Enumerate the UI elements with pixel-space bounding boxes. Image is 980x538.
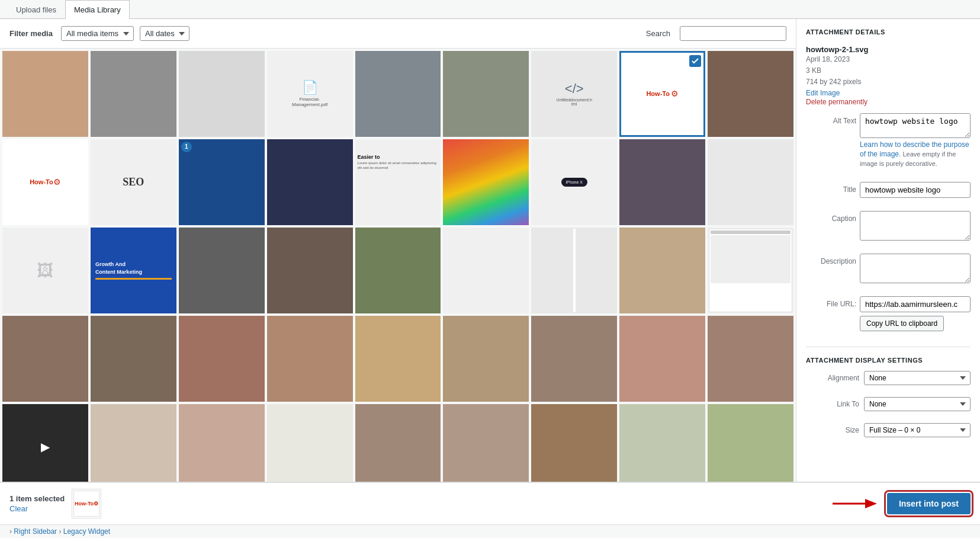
list-item[interactable] xyxy=(708,51,793,137)
list-item[interactable]: </> Untitleddocument.html xyxy=(531,51,617,137)
list-item[interactable] xyxy=(267,404,353,482)
attachment-filename: howtowp-2-1.svg xyxy=(806,45,971,54)
alt-text-field: Alt Text Learn how to describe the purpo… xyxy=(806,113,971,169)
edit-image-link[interactable]: Edit Image xyxy=(806,89,840,97)
list-item[interactable] xyxy=(91,316,176,402)
list-item[interactable] xyxy=(91,51,176,137)
list-item[interactable]: Growth AndContent Marketing xyxy=(91,228,176,313)
list-item[interactable] xyxy=(355,316,441,402)
title-field: Title xyxy=(806,182,971,198)
attachment-info: howtowp-2-1.svg April 18, 2023 3 KB 714 … xyxy=(806,45,971,106)
clear-link[interactable]: Clear xyxy=(9,504,65,513)
media-grid-wrap: 📄 Financial-Management.pdf </> Untitled xyxy=(0,49,796,482)
tab-library[interactable]: Media Library xyxy=(65,0,130,19)
list-item[interactable] xyxy=(443,51,529,137)
list-item[interactable] xyxy=(355,51,441,137)
list-item[interactable] xyxy=(531,316,617,402)
attachment-details-panel: ATTACHMENT DETAILS howtowp-2-1.svg April… xyxy=(796,19,980,482)
learn-how-hint: Learn how to describe the purpose of the… xyxy=(860,140,971,169)
list-item[interactable] xyxy=(708,404,793,482)
caption-label: Caption xyxy=(806,211,856,223)
list-item[interactable] xyxy=(2,51,88,137)
list-item[interactable] xyxy=(267,228,353,313)
link-to-label: Link To xyxy=(806,400,859,408)
arrow-icon xyxy=(833,495,880,513)
list-item[interactable] xyxy=(443,316,529,402)
list-item-selected[interactable]: How-To ⚙ xyxy=(619,51,705,137)
list-item[interactable] xyxy=(91,404,176,482)
file-url-label: File URL: xyxy=(806,296,856,308)
list-item[interactable] xyxy=(708,228,793,313)
filter-label: Filter media xyxy=(9,29,53,38)
list-item[interactable] xyxy=(708,316,793,402)
list-item[interactable] xyxy=(267,316,353,402)
description-input[interactable] xyxy=(860,254,971,283)
copy-url-button[interactable]: Copy URL to clipboard xyxy=(860,316,944,331)
list-item[interactable] xyxy=(619,228,705,313)
list-item[interactable] xyxy=(267,139,353,225)
media-footer: 1 item selected Clear How-To⚙ Insert int… xyxy=(0,482,980,524)
list-item[interactable] xyxy=(619,139,705,225)
search-label: Search xyxy=(646,29,670,38)
file-url-input[interactable] xyxy=(860,296,971,312)
list-item[interactable]: How-To ⚙ xyxy=(2,139,88,225)
list-item[interactable] xyxy=(619,404,705,482)
media-type-select[interactable]: All media items xyxy=(61,26,134,41)
list-item[interactable] xyxy=(355,404,441,482)
list-item[interactable] xyxy=(531,404,617,482)
media-left-panel: Filter media All media items All dates S… xyxy=(0,19,796,482)
attachment-date: April 18, 2023 xyxy=(806,54,971,65)
breadcrumb-icon: › xyxy=(9,527,12,536)
link-to-select[interactable]: None xyxy=(864,397,971,411)
list-item[interactable] xyxy=(179,404,265,482)
size-select[interactable]: Full Size – 0 × 0 xyxy=(864,423,971,437)
list-item[interactable] xyxy=(179,316,265,402)
dates-select[interactable]: All dates xyxy=(140,26,189,41)
media-body: Filter media All media items All dates S… xyxy=(0,19,980,482)
insert-into-post-button[interactable]: Insert into post xyxy=(887,493,971,514)
list-item[interactable] xyxy=(619,316,705,402)
alignment-row: Alignment None xyxy=(806,371,971,385)
breadcrumb-separator: › xyxy=(59,527,63,536)
breadcrumb-legacy-widget[interactable]: Legacy Widget xyxy=(63,527,110,536)
breadcrumb-right-sidebar[interactable]: Right Sidebar xyxy=(14,527,57,536)
alignment-select[interactable]: None xyxy=(864,371,971,385)
title-label: Title xyxy=(806,182,856,194)
list-item[interactable] xyxy=(443,228,529,313)
search-input[interactable] xyxy=(680,26,786,41)
filter-bar: Filter media All media items All dates S… xyxy=(0,19,796,49)
attachment-size: 3 KB xyxy=(806,65,971,76)
list-item[interactable]: 1 xyxy=(179,139,265,225)
selected-thumbnail: How-To⚙ xyxy=(72,489,101,518)
list-item[interactable] xyxy=(2,316,88,402)
list-item[interactable] xyxy=(179,51,265,137)
selected-count: 1 item selected xyxy=(9,494,65,503)
list-item[interactable] xyxy=(355,228,441,313)
size-label: Size xyxy=(806,426,859,434)
title-input[interactable] xyxy=(860,182,971,198)
list-item[interactable]: 🖼 xyxy=(2,228,88,313)
attachment-details-title: ATTACHMENT DETAILS xyxy=(806,28,971,36)
alt-text-label: Alt Text xyxy=(806,113,856,125)
description-label: Description xyxy=(806,254,856,265)
attachment-dimensions: 714 by 242 pixels xyxy=(806,76,971,88)
list-item[interactable]: iPhone X xyxy=(531,139,617,225)
selected-check xyxy=(689,55,701,67)
list-item[interactable] xyxy=(531,228,617,313)
list-item[interactable] xyxy=(443,139,529,225)
list-item[interactable] xyxy=(443,404,529,482)
list-item[interactable]: 📄 Financial-Management.pdf xyxy=(267,51,353,137)
list-item[interactable]: Easier to Lorem ipsum dolor sit amet con… xyxy=(355,139,441,225)
list-item[interactable] xyxy=(179,228,265,313)
list-item[interactable]: SEO xyxy=(91,139,176,225)
settings-divider xyxy=(806,347,971,347)
caption-input[interactable] xyxy=(860,211,971,241)
media-grid: 📄 Financial-Management.pdf </> Untitled xyxy=(2,51,793,482)
display-settings-title: ATTACHMENT DISPLAY SETTINGS xyxy=(806,357,971,364)
list-item[interactable]: ▶ xyxy=(2,404,88,482)
list-item[interactable] xyxy=(708,139,793,225)
delete-permanently-link[interactable]: Delete permanently xyxy=(806,98,867,106)
alt-text-input[interactable] xyxy=(860,113,971,138)
tab-upload[interactable]: Upload files xyxy=(7,0,65,19)
file-url-field: File URL: Copy URL to clipboard xyxy=(806,296,971,331)
